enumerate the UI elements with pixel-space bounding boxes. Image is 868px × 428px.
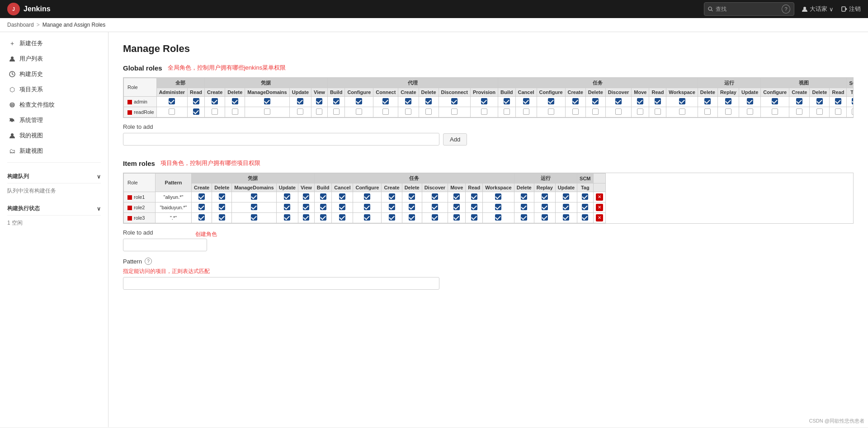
checkbox-checked[interactable] (521, 214, 527, 221)
checkbox-checked[interactable] (251, 214, 257, 221)
breadcrumb-home[interactable]: Dashboard (7, 22, 34, 28)
checkbox-unchecked[interactable] (704, 108, 711, 115)
checkbox-checked[interactable] (333, 98, 340, 104)
checkbox-checked[interactable] (339, 214, 345, 221)
checkbox-checked[interactable] (219, 204, 225, 210)
checkbox-checked[interactable] (382, 98, 389, 104)
checkbox-checked[interactable] (542, 193, 548, 200)
checkbox-checked[interactable] (852, 98, 854, 104)
checkbox-unchecked[interactable] (548, 108, 554, 115)
checkbox-checked[interactable] (637, 98, 643, 104)
checkbox-checked[interactable] (405, 98, 411, 104)
checkbox-checked[interactable] (582, 193, 588, 200)
checkbox-checked[interactable] (320, 193, 326, 200)
checkbox-unchecked[interactable] (852, 108, 854, 115)
checkbox-checked[interactable] (679, 98, 685, 104)
sidebar-item-new-view[interactable]: 🗂 新建视图 (0, 143, 108, 159)
checkbox-checked[interactable] (495, 193, 501, 200)
checkbox-checked[interactable] (320, 204, 326, 210)
checkbox-checked[interactable] (548, 98, 554, 104)
checkbox-checked[interactable] (504, 98, 510, 104)
checkbox-unchecked[interactable] (504, 108, 510, 115)
checkbox-unchecked[interactable] (232, 108, 238, 115)
checkbox-checked[interactable] (481, 98, 487, 104)
checkbox-unchecked[interactable] (725, 108, 731, 115)
checkbox-checked[interactable] (303, 204, 309, 210)
checkbox-checked[interactable] (193, 98, 199, 104)
checkbox-checked[interactable] (453, 214, 460, 221)
build-executor-header[interactable]: 构建执行状态 ∨ (7, 202, 101, 216)
pattern-input[interactable] (123, 277, 439, 290)
checkbox-checked[interactable] (284, 204, 290, 210)
sidebar-item-project-relations[interactable]: ⬡ 项目关系 (0, 82, 108, 97)
checkbox-unchecked[interactable] (212, 108, 218, 115)
checkbox-unchecked[interactable] (316, 108, 322, 115)
sidebar-item-new-task[interactable]: + 新建任务 (0, 36, 108, 51)
checkbox-checked[interactable] (704, 98, 711, 104)
checkbox-checked[interactable] (453, 193, 460, 200)
checkbox-checked[interactable] (835, 98, 841, 104)
checkbox-unchecked[interactable] (297, 108, 303, 115)
item-delete-role-btn[interactable]: ✕ (596, 214, 603, 221)
checkbox-checked[interactable] (389, 193, 395, 200)
checkbox-checked[interactable] (453, 204, 460, 210)
checkbox-checked[interactable] (364, 204, 370, 210)
checkbox-checked[interactable] (320, 214, 326, 221)
checkbox-checked[interactable] (592, 98, 599, 104)
checkbox-unchecked[interactable] (451, 108, 458, 115)
checkbox-checked[interactable] (169, 98, 175, 104)
checkbox-checked[interactable] (816, 98, 823, 104)
checkbox-unchecked[interactable] (835, 108, 841, 115)
checkbox-checked[interactable] (471, 193, 477, 200)
checkbox-checked[interactable] (303, 193, 309, 200)
checkbox-checked[interactable] (523, 98, 529, 104)
checkbox-checked[interactable] (264, 98, 270, 104)
sidebar-item-fingerprint[interactable]: 检查文件指纹 (0, 97, 108, 113)
checkbox-checked[interactable] (389, 204, 395, 210)
checkbox-checked[interactable] (521, 193, 527, 200)
checkbox-checked[interactable] (796, 98, 802, 104)
checkbox-unchecked[interactable] (679, 108, 685, 115)
checkbox-checked[interactable] (219, 214, 225, 221)
checkbox-checked[interactable] (521, 204, 527, 210)
checkbox-checked[interactable] (219, 193, 225, 200)
checkbox-unchecked[interactable] (405, 108, 411, 115)
checkbox-checked[interactable] (582, 214, 588, 221)
checkbox-unchecked[interactable] (264, 108, 270, 115)
checkbox-checked[interactable] (495, 204, 501, 210)
checkbox-unchecked[interactable] (615, 108, 622, 115)
item-role-add-input[interactable] (123, 239, 207, 251)
checkbox-checked[interactable] (747, 98, 753, 104)
checkbox-checked[interactable] (409, 214, 415, 221)
checkbox-checked[interactable] (198, 193, 205, 200)
checkbox-checked[interactable] (772, 98, 778, 104)
checkbox-checked[interactable] (409, 204, 415, 210)
checkbox-checked[interactable] (409, 193, 415, 200)
checkbox-unchecked[interactable] (523, 108, 529, 115)
checkbox-checked[interactable] (284, 214, 290, 221)
checkbox-checked[interactable] (297, 98, 303, 104)
search-input[interactable] (716, 6, 779, 12)
checkbox-unchecked[interactable] (169, 108, 175, 115)
nav-logout[interactable]: 注销 (841, 5, 861, 13)
checkbox-checked[interactable] (364, 214, 370, 221)
checkbox-checked[interactable] (451, 98, 458, 104)
checkbox-checked[interactable] (582, 204, 588, 210)
checkbox-checked[interactable] (471, 214, 477, 221)
checkbox-checked[interactable] (356, 98, 362, 104)
item-delete-role-btn[interactable]: ✕ (596, 204, 603, 211)
sidebar-item-system-mgmt[interactable]: 系统管理 (0, 113, 108, 128)
sidebar-item-users[interactable]: 用户列表 (0, 51, 108, 66)
checkbox-checked[interactable] (389, 214, 395, 221)
checkbox-checked[interactable] (251, 204, 257, 210)
checkbox-checked[interactable] (232, 98, 238, 104)
global-role-add-button[interactable]: Add (443, 133, 467, 146)
checkbox-checked[interactable] (284, 193, 290, 200)
checkbox-unchecked[interactable] (816, 108, 823, 115)
checkbox-checked[interactable] (212, 98, 218, 104)
checkbox-checked[interactable] (198, 214, 205, 221)
checkbox-checked[interactable] (615, 98, 622, 104)
checkbox-checked[interactable] (364, 193, 370, 200)
sidebar-item-build-history[interactable]: 构建历史 (0, 66, 108, 82)
checkbox-checked[interactable] (425, 98, 432, 104)
